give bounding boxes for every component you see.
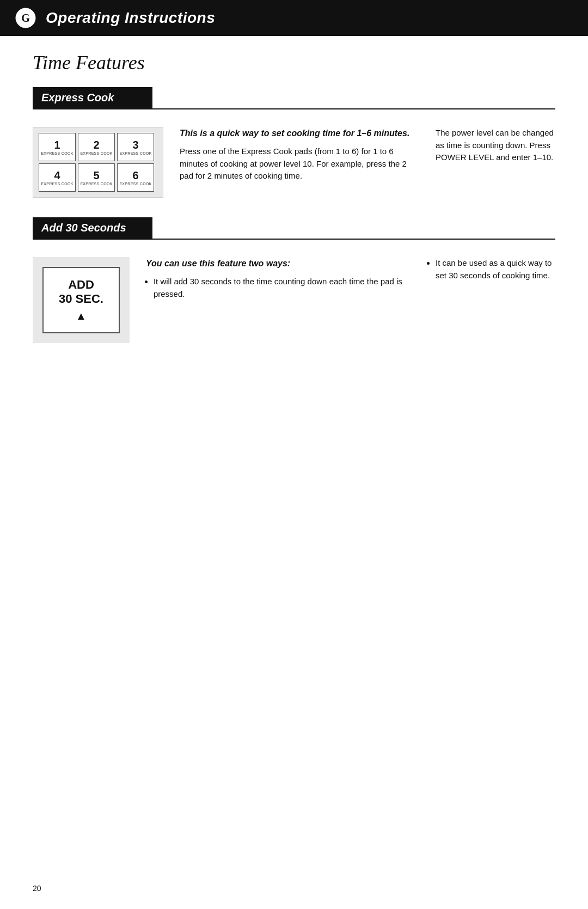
- keypad-number-1: 1: [54, 139, 60, 150]
- express-cook-keypad: 1 EXPRESS COOK 2 EXPRESS COOK 3 EXPRESS …: [33, 127, 163, 198]
- add30-button[interactable]: ADD30 SEC. ▲: [42, 267, 120, 333]
- keypad-btn-2[interactable]: 2 EXPRESS COOK: [78, 133, 115, 161]
- keypad-label-6: EXPRESS COOK: [119, 182, 151, 186]
- add30-divider: [33, 239, 555, 240]
- keypad-label-5: EXPRESS COOK: [80, 182, 112, 186]
- keypad-number-4: 4: [54, 170, 60, 181]
- add30-right: It can be used as a quick way to set 30 …: [436, 257, 555, 282]
- add30-line1: ADD30 SEC.: [59, 278, 103, 307]
- keypad-btn-1[interactable]: 1 EXPRESS COOK: [39, 133, 76, 161]
- keypad-number-5: 5: [93, 170, 99, 181]
- add30-content: ADD30 SEC. ▲ You can use this feature tw…: [33, 251, 555, 343]
- add30-button-wrapper: ADD30 SEC. ▲: [33, 257, 130, 343]
- keypad-label-1: EXPRESS COOK: [41, 151, 73, 155]
- keypad-label-4: EXPRESS COOK: [41, 182, 73, 186]
- add30-intro: You can use this feature two ways:: [146, 257, 419, 270]
- add30-text: You can use this feature two ways: It wi…: [146, 257, 419, 304]
- keypad-number-3: 3: [132, 139, 138, 150]
- header-title: Operating Instructions: [46, 9, 215, 27]
- keypad-btn-3[interactable]: 3 EXPRESS COOK: [117, 133, 154, 161]
- express-cook-text: This is a quick way to set cooking time …: [180, 127, 419, 187]
- keypad-btn-4[interactable]: 4 EXPRESS COOK: [39, 163, 76, 192]
- add30-list: It will add 30 seconds to the time count…: [154, 276, 419, 300]
- keypad-btn-6[interactable]: 6 EXPRESS COOK: [117, 163, 154, 192]
- keypad-number-6: 6: [132, 170, 138, 181]
- page-title: Time Features: [33, 51, 555, 74]
- keypad-btn-5[interactable]: 5 EXPRESS COOK: [78, 163, 115, 192]
- express-cook-section: Express Cook 1 EXPRESS COOK 2 EXPRESS CO…: [33, 87, 555, 198]
- logo: G: [13, 5, 38, 30]
- keypad-number-2: 2: [93, 139, 99, 150]
- express-cook-body: Press one of the Express Cook pads (from…: [180, 145, 419, 182]
- add30-title: Add 30 Seconds: [33, 217, 152, 239]
- section-divider: [33, 108, 555, 109]
- page-number: 20: [33, 884, 41, 893]
- express-cook-intro: This is a quick way to set cooking time …: [180, 127, 419, 140]
- add30-bullet2: It can be used as a quick way to set 30 …: [436, 257, 555, 282]
- keypad-label-3: EXPRESS COOK: [119, 151, 151, 155]
- express-cook-right: The power level can be changed as time i…: [436, 127, 555, 164]
- add30-right-list: It can be used as a quick way to set 30 …: [436, 257, 555, 282]
- express-cook-content: 1 EXPRESS COOK 2 EXPRESS COOK 3 EXPRESS …: [33, 120, 555, 198]
- add30-section: Add 30 Seconds ADD30 SEC. ▲ You can use …: [33, 217, 555, 343]
- add30-header: Add 30 Seconds: [33, 217, 555, 239]
- add30-bullet1: It will add 30 seconds to the time count…: [154, 276, 419, 300]
- express-cook-right-text: The power level can be changed as time i…: [436, 127, 555, 164]
- svg-text:G: G: [21, 12, 30, 24]
- page-header: G Operating Instructions: [0, 0, 588, 36]
- keypad-label-2: EXPRESS COOK: [80, 151, 112, 155]
- ge-logo-icon: G: [15, 7, 36, 29]
- add30-triangle-icon: ▲: [59, 310, 103, 322]
- express-cook-title: Express Cook: [33, 87, 152, 108]
- express-cook-header: Express Cook: [33, 87, 555, 108]
- page-body: Time Features Express Cook 1 EXPRESS COO…: [0, 36, 588, 395]
